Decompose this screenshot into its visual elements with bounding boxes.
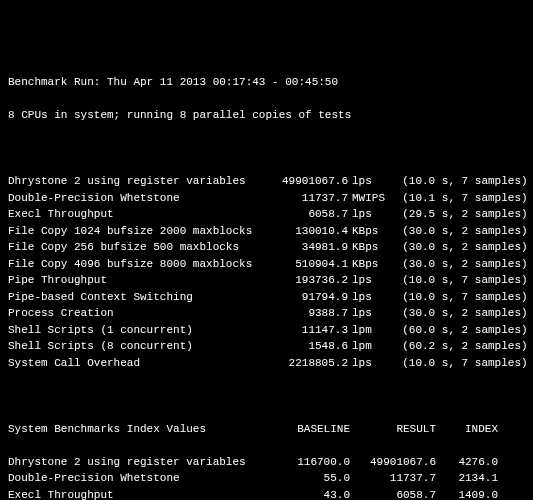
col-result: RESULT xyxy=(350,421,436,438)
result-name: System Call Overhead xyxy=(8,355,268,372)
index-name: Execl Throughput xyxy=(8,487,278,501)
result-samples: 7 samples) xyxy=(455,272,533,289)
result-unit: lps xyxy=(348,355,390,372)
result-time: (30.0 s, xyxy=(390,305,455,322)
index-name: Double-Precision Whetstone xyxy=(8,470,278,487)
result-name: Pipe Throughput xyxy=(8,272,268,289)
result-unit: lps xyxy=(348,305,390,322)
result-time: (10.0 s, xyxy=(390,355,455,372)
result-name: Dhrystone 2 using register variables xyxy=(8,173,268,190)
result-name: Shell Scripts (1 concurrent) xyxy=(8,322,268,339)
result-samples: 2 samples) xyxy=(455,206,533,223)
header-line-2: 8 CPUs in system; running 8 parallel cop… xyxy=(8,107,525,124)
result-time: (30.0 s, xyxy=(390,256,455,273)
result-row: File Copy 1024 bufsize 2000 maxblocks130… xyxy=(8,223,525,240)
result-value: 510904.1 xyxy=(268,256,348,273)
result-samples: 2 samples) xyxy=(455,322,533,339)
col-baseline: BASELINE xyxy=(278,421,350,438)
result-time: (10.0 s, xyxy=(390,272,455,289)
result-value: 11147.3 xyxy=(268,322,348,339)
result-name: Execl Throughput xyxy=(8,206,268,223)
index-result: 49901067.6 xyxy=(350,454,436,471)
index-result: 6058.7 xyxy=(350,487,436,501)
result-name: File Copy 256 bufsize 500 maxblocks xyxy=(8,239,268,256)
result-unit: lps xyxy=(348,272,390,289)
result-value: 34981.9 xyxy=(268,239,348,256)
result-row: Pipe Throughput193736.2lps(10.0 s, 7 sam… xyxy=(8,272,525,289)
result-value: 6058.7 xyxy=(268,206,348,223)
index-result: 11737.7 xyxy=(350,470,436,487)
result-samples: 2 samples) xyxy=(455,223,533,240)
result-samples: 7 samples) xyxy=(455,355,533,372)
result-value: 1548.6 xyxy=(268,338,348,355)
index-row: Execl Throughput43.06058.71409.0 xyxy=(8,487,525,501)
result-time: (30.0 s, xyxy=(390,223,455,240)
result-samples: 2 samples) xyxy=(455,256,533,273)
result-row: Shell Scripts (8 concurrent)1548.6lpm(60… xyxy=(8,338,525,355)
result-time: (10.1 s, xyxy=(390,190,455,207)
result-unit: lps xyxy=(348,289,390,306)
result-value: 11737.7 xyxy=(268,190,348,207)
index-value: 4276.0 xyxy=(436,454,498,471)
result-row: Shell Scripts (1 concurrent)11147.3lpm(6… xyxy=(8,322,525,339)
result-time: (10.0 s, xyxy=(390,173,455,190)
result-unit: MWIPS xyxy=(348,190,390,207)
result-unit: lpm xyxy=(348,338,390,355)
result-samples: 7 samples) xyxy=(455,289,533,306)
result-name: File Copy 4096 bufsize 8000 maxblocks xyxy=(8,256,268,273)
index-header: System Benchmarks Index ValuesBASELINERE… xyxy=(8,421,525,438)
blank xyxy=(8,388,525,405)
result-row: Process Creation9388.7lps(30.0 s, 2 samp… xyxy=(8,305,525,322)
result-samples: 7 samples) xyxy=(455,173,533,190)
results-block: Dhrystone 2 using register variables4990… xyxy=(8,173,525,371)
result-time: (10.0 s, xyxy=(390,289,455,306)
index-baseline: 43.0 xyxy=(278,487,350,501)
index-block: Dhrystone 2 using register variables1167… xyxy=(8,454,525,501)
result-row: Execl Throughput6058.7lps(29.5 s, 2 samp… xyxy=(8,206,525,223)
index-value: 1409.0 xyxy=(436,487,498,501)
result-row: Dhrystone 2 using register variables4990… xyxy=(8,173,525,190)
index-baseline: 55.0 xyxy=(278,470,350,487)
result-unit: lps xyxy=(348,173,390,190)
result-unit: KBps xyxy=(348,223,390,240)
result-value: 91794.9 xyxy=(268,289,348,306)
result-value: 2218805.2 xyxy=(268,355,348,372)
index-value: 2134.1 xyxy=(436,470,498,487)
index-title: System Benchmarks Index Values xyxy=(8,421,278,438)
result-value: 49901067.6 xyxy=(268,173,348,190)
result-row: Pipe-based Context Switching91794.9lps(1… xyxy=(8,289,525,306)
result-time: (60.0 s, xyxy=(390,322,455,339)
col-index: INDEX xyxy=(436,421,498,438)
result-row: File Copy 256 bufsize 500 maxblocks34981… xyxy=(8,239,525,256)
result-name: Pipe-based Context Switching xyxy=(8,289,268,306)
result-time: (60.2 s, xyxy=(390,338,455,355)
result-samples: 2 samples) xyxy=(455,338,533,355)
result-name: File Copy 1024 bufsize 2000 maxblocks xyxy=(8,223,268,240)
result-unit: KBps xyxy=(348,256,390,273)
result-samples: 7 samples) xyxy=(455,190,533,207)
index-name: Dhrystone 2 using register variables xyxy=(8,454,278,471)
result-samples: 2 samples) xyxy=(455,239,533,256)
result-value: 193736.2 xyxy=(268,272,348,289)
result-time: (29.5 s, xyxy=(390,206,455,223)
blank xyxy=(8,140,525,157)
result-row: File Copy 4096 bufsize 8000 maxblocks510… xyxy=(8,256,525,273)
result-name: Shell Scripts (8 concurrent) xyxy=(8,338,268,355)
result-samples: 2 samples) xyxy=(455,305,533,322)
result-unit: lps xyxy=(348,206,390,223)
result-value: 130010.4 xyxy=(268,223,348,240)
result-name: Double-Precision Whetstone xyxy=(8,190,268,207)
result-name: Process Creation xyxy=(8,305,268,322)
index-baseline: 116700.0 xyxy=(278,454,350,471)
result-unit: KBps xyxy=(348,239,390,256)
result-value: 9388.7 xyxy=(268,305,348,322)
index-row: Double-Precision Whetstone55.011737.7213… xyxy=(8,470,525,487)
result-time: (30.0 s, xyxy=(390,239,455,256)
header-line-1: Benchmark Run: Thu Apr 11 2013 00:17:43 … xyxy=(8,74,525,91)
index-row: Dhrystone 2 using register variables1167… xyxy=(8,454,525,471)
result-row: Double-Precision Whetstone11737.7MWIPS(1… xyxy=(8,190,525,207)
result-unit: lpm xyxy=(348,322,390,339)
result-row: System Call Overhead2218805.2lps(10.0 s,… xyxy=(8,355,525,372)
